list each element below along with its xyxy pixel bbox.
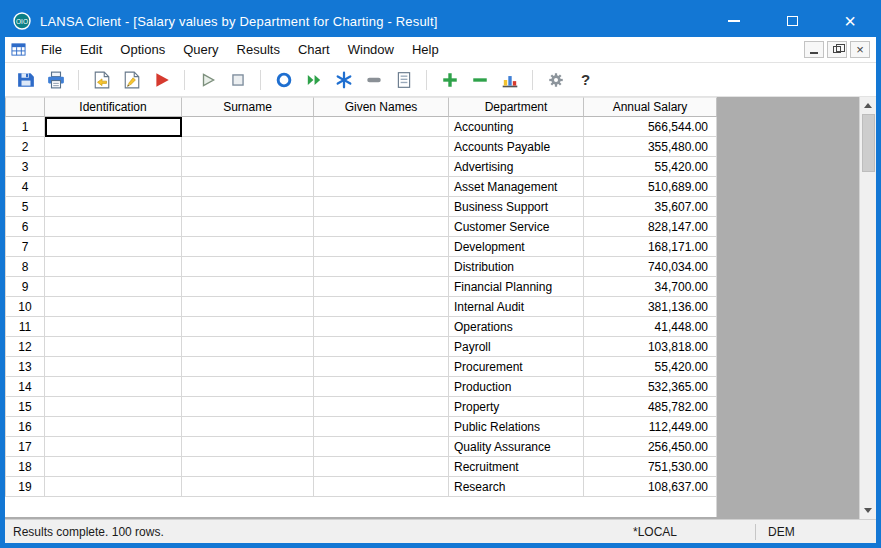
cell-identification[interactable] bbox=[45, 357, 182, 377]
column-header-annual-salary[interactable]: Annual Salary bbox=[584, 97, 717, 117]
cell-identification[interactable] bbox=[45, 457, 182, 477]
cell-department[interactable]: Distribution bbox=[449, 257, 584, 277]
cell-surname[interactable] bbox=[182, 257, 314, 277]
cell-department[interactable]: Quality Assurance bbox=[449, 437, 584, 457]
help-icon[interactable]: ? bbox=[573, 67, 598, 92]
cell-surname[interactable] bbox=[182, 477, 314, 497]
row-number-cell[interactable]: 6 bbox=[5, 217, 45, 237]
row-number-cell[interactable]: 7 bbox=[5, 237, 45, 257]
cell-surname[interactable] bbox=[182, 437, 314, 457]
menu-item-window[interactable]: Window bbox=[339, 39, 403, 60]
cell-department[interactable]: Property bbox=[449, 397, 584, 417]
cell-annual-salary[interactable]: 381,136.00 bbox=[584, 297, 717, 317]
settings-icon[interactable] bbox=[543, 67, 568, 92]
menu-item-options[interactable]: Options bbox=[111, 39, 174, 60]
cell-given-names[interactable] bbox=[314, 157, 449, 177]
child-system-menu-icon[interactable] bbox=[11, 42, 26, 57]
cell-identification[interactable] bbox=[45, 397, 182, 417]
cell-department[interactable]: Research bbox=[449, 477, 584, 497]
pause-icon[interactable] bbox=[361, 67, 386, 92]
cell-given-names[interactable] bbox=[314, 357, 449, 377]
row-number-cell[interactable]: 10 bbox=[5, 297, 45, 317]
grid-corner-header[interactable] bbox=[5, 97, 45, 117]
cell-identification[interactable] bbox=[45, 417, 182, 437]
menu-item-results[interactable]: Results bbox=[228, 39, 289, 60]
run-icon[interactable] bbox=[195, 67, 220, 92]
chart-icon[interactable] bbox=[497, 67, 522, 92]
run-query-icon[interactable] bbox=[149, 67, 174, 92]
cell-given-names[interactable] bbox=[314, 317, 449, 337]
add-row-icon[interactable] bbox=[437, 67, 462, 92]
cell-identification[interactable] bbox=[45, 317, 182, 337]
cell-given-names[interactable] bbox=[314, 477, 449, 497]
save-icon[interactable] bbox=[13, 67, 38, 92]
row-number-cell[interactable]: 12 bbox=[5, 337, 45, 357]
cell-given-names[interactable] bbox=[314, 437, 449, 457]
cell-given-names[interactable] bbox=[314, 177, 449, 197]
cell-annual-salary[interactable]: 168,171.00 bbox=[584, 237, 717, 257]
cell-given-names[interactable] bbox=[314, 457, 449, 477]
cell-given-names[interactable] bbox=[314, 277, 449, 297]
cell-identification[interactable] bbox=[45, 277, 182, 297]
column-header-surname[interactable]: Surname bbox=[182, 97, 314, 117]
cell-surname[interactable] bbox=[182, 137, 314, 157]
cell-identification[interactable] bbox=[45, 177, 182, 197]
row-number-cell[interactable]: 13 bbox=[5, 357, 45, 377]
cell-annual-salary[interactable]: 485,782.00 bbox=[584, 397, 717, 417]
cell-identification[interactable] bbox=[45, 257, 182, 277]
cell-identification[interactable] bbox=[45, 157, 182, 177]
column-header-given-names[interactable]: Given Names bbox=[314, 97, 449, 117]
cell-annual-salary[interactable]: 112,449.00 bbox=[584, 417, 717, 437]
cell-annual-salary[interactable]: 103,818.00 bbox=[584, 337, 717, 357]
cell-given-names[interactable] bbox=[314, 377, 449, 397]
cell-surname[interactable] bbox=[182, 417, 314, 437]
cell-annual-salary[interactable]: 41,448.00 bbox=[584, 317, 717, 337]
maximize-button[interactable] bbox=[784, 13, 800, 29]
print-icon[interactable] bbox=[43, 67, 68, 92]
row-number-cell[interactable]: 8 bbox=[5, 257, 45, 277]
cell-given-names[interactable] bbox=[314, 237, 449, 257]
row-number-cell[interactable]: 11 bbox=[5, 317, 45, 337]
cell-identification[interactable] bbox=[45, 117, 182, 137]
cell-department[interactable]: Accounts Payable bbox=[449, 137, 584, 157]
cell-annual-salary[interactable]: 510,689.00 bbox=[584, 177, 717, 197]
row-number-cell[interactable]: 15 bbox=[5, 397, 45, 417]
cell-surname[interactable] bbox=[182, 277, 314, 297]
cell-given-names[interactable] bbox=[314, 297, 449, 317]
cell-annual-salary[interactable]: 108,637.00 bbox=[584, 477, 717, 497]
row-number-cell[interactable]: 4 bbox=[5, 177, 45, 197]
cell-department[interactable]: Advertising bbox=[449, 157, 584, 177]
scroll-up-icon[interactable] bbox=[860, 97, 876, 114]
cell-department[interactable]: Business Support bbox=[449, 197, 584, 217]
row-number-cell[interactable]: 19 bbox=[5, 477, 45, 497]
cell-department[interactable]: Internal Audit bbox=[449, 297, 584, 317]
cell-surname[interactable] bbox=[182, 357, 314, 377]
cell-given-names[interactable] bbox=[314, 217, 449, 237]
cell-identification[interactable] bbox=[45, 337, 182, 357]
cell-department[interactable]: Recruitment bbox=[449, 457, 584, 477]
menu-item-chart[interactable]: Chart bbox=[289, 39, 339, 60]
cell-surname[interactable] bbox=[182, 397, 314, 417]
minimize-button[interactable] bbox=[726, 13, 742, 29]
cell-department[interactable]: Public Relations bbox=[449, 417, 584, 437]
cell-department[interactable]: Production bbox=[449, 377, 584, 397]
cell-annual-salary[interactable]: 55,420.00 bbox=[584, 357, 717, 377]
cell-annual-salary[interactable]: 55,420.00 bbox=[584, 157, 717, 177]
mdi-minimize-button[interactable] bbox=[804, 41, 824, 58]
stop-icon[interactable] bbox=[225, 67, 250, 92]
cell-annual-salary[interactable]: 532,365.00 bbox=[584, 377, 717, 397]
cell-department[interactable]: Financial Planning bbox=[449, 277, 584, 297]
cell-department[interactable]: Operations bbox=[449, 317, 584, 337]
cell-annual-salary[interactable]: 751,530.00 bbox=[584, 457, 717, 477]
cell-given-names[interactable] bbox=[314, 397, 449, 417]
scroll-down-icon[interactable] bbox=[860, 502, 876, 519]
cell-surname[interactable] bbox=[182, 177, 314, 197]
row-number-cell[interactable]: 9 bbox=[5, 277, 45, 297]
cell-given-names[interactable] bbox=[314, 137, 449, 157]
row-number-cell[interactable]: 17 bbox=[5, 437, 45, 457]
cell-identification[interactable] bbox=[45, 377, 182, 397]
transfer-icon[interactable] bbox=[301, 67, 326, 92]
row-number-cell[interactable]: 18 bbox=[5, 457, 45, 477]
cell-annual-salary[interactable]: 34,700.00 bbox=[584, 277, 717, 297]
cell-identification[interactable] bbox=[45, 137, 182, 157]
